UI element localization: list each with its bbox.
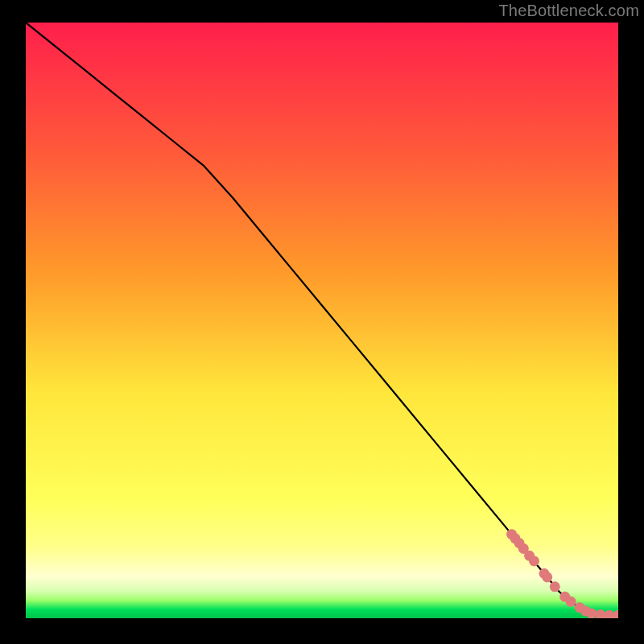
data-point: [542, 572, 552, 582]
data-point: [529, 555, 539, 566]
gradient-background: [26, 23, 618, 618]
chart-frame: TheBottleneck.com: [0, 0, 644, 644]
plot-area: [26, 23, 618, 618]
data-point: [550, 581, 560, 592]
data-point: [586, 609, 597, 618]
chart-svg: [26, 23, 618, 618]
data-point: [566, 597, 576, 607]
attribution-label: TheBottleneck.com: [498, 2, 639, 20]
